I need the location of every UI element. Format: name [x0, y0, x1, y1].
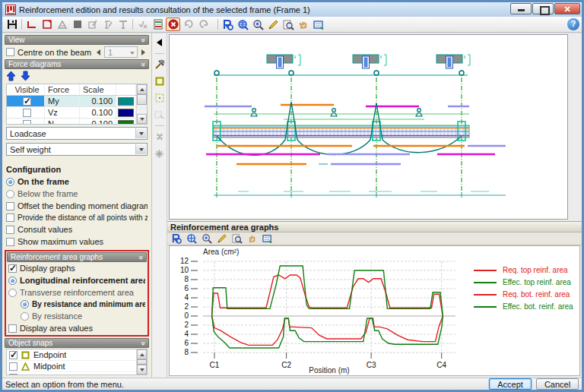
- text-tool-icon[interactable]: [116, 17, 130, 31]
- table-scrollbar[interactable]: [136, 84, 147, 124]
- consult-values-checkbox[interactable]: [6, 226, 14, 234]
- zoom-button-icon[interactable]: [170, 233, 182, 245]
- section-tool-icon[interactable]: [40, 17, 54, 31]
- zoom-detail-icon[interactable]: [200, 233, 213, 245]
- reinforcement-table-icon[interactable]: [151, 17, 165, 31]
- maximize-button[interactable]: [532, 3, 554, 14]
- redo-icon[interactable]: [196, 17, 211, 31]
- move-down-icon[interactable]: [21, 71, 30, 81]
- collapse-chevron-icon[interactable]: [139, 38, 147, 43]
- zoom-previous-icon[interactable]: [230, 233, 243, 245]
- endpoint-checkbox[interactable]: [9, 351, 17, 359]
- beam-number-select[interactable]: 1: [104, 46, 138, 58]
- export-view-icon[interactable]: [312, 17, 326, 31]
- color-swatch[interactable]: [118, 97, 134, 106]
- vz-visible-checkbox[interactable]: [23, 109, 31, 117]
- zoom-previous-icon[interactable]: [281, 17, 296, 31]
- force-scale[interactable]: 0.100: [80, 107, 116, 118]
- zoom-button-icon[interactable]: [221, 17, 235, 31]
- title-bar[interactable]: Reinforcement edition and results consul…: [2, 2, 582, 17]
- scroll-down-icon[interactable]: [137, 114, 147, 124]
- pan-icon[interactable]: [246, 233, 259, 245]
- redraw-icon[interactable]: [215, 233, 228, 245]
- col-visible[interactable]: Visible: [7, 84, 45, 95]
- delete-icon[interactable]: [166, 17, 180, 31]
- below-the-frame-radio[interactable]: [6, 190, 14, 198]
- undo-icon[interactable]: [181, 17, 195, 31]
- collapse-chevron-icon[interactable]: [139, 341, 147, 346]
- display-area-values-checkbox[interactable]: [8, 324, 17, 333]
- beam-prev-button[interactable]: [94, 47, 103, 57]
- perpendicular-checkbox[interactable]: [9, 374, 17, 376]
- col-scale[interactable]: Scale: [80, 84, 116, 95]
- view-panel-header[interactable]: View: [5, 35, 149, 45]
- dropdown-arrow-icon[interactable]: [135, 144, 146, 154]
- scroll-thumb[interactable]: [137, 359, 147, 365]
- force-scale[interactable]: 0.100: [80, 96, 116, 106]
- longitudinal-radio[interactable]: [8, 277, 17, 285]
- table-row-n[interactable]: N 0.100: [7, 119, 136, 125]
- save-icon[interactable]: [5, 17, 19, 31]
- frame-drawing-canvas[interactable]: [169, 34, 568, 220]
- zoom-extents-icon[interactable]: [185, 233, 198, 245]
- accept-button[interactable]: Accept: [489, 378, 532, 390]
- redraw-icon[interactable]: [266, 17, 281, 31]
- snap-settings-icon[interactable]: [154, 58, 166, 71]
- snap-marker-icon[interactable]: [154, 147, 166, 160]
- my-visible-checkbox[interactable]: [23, 97, 31, 106]
- zoom-detail-icon[interactable]: [251, 17, 265, 31]
- minimize-button[interactable]: [510, 3, 532, 14]
- disable-snaps-icon[interactable]: [154, 131, 166, 143]
- force-diagrams-panel-header[interactable]: Force diagrams: [5, 59, 149, 69]
- list-item-midpoint[interactable]: Midpoint: [7, 361, 136, 372]
- square-tool-icon[interactable]: [70, 17, 84, 31]
- transverse-radio[interactable]: [8, 289, 17, 297]
- zero-moment-checkbox[interactable]: [6, 213, 14, 222]
- loadcase-value-select[interactable]: Self weight: [6, 143, 148, 156]
- export-view-icon[interactable]: [261, 233, 274, 245]
- table-row-my[interactable]: My 0.100: [7, 96, 136, 107]
- centre-on-beam-checkbox[interactable]: [6, 48, 14, 56]
- zoom-extents-icon[interactable]: [236, 17, 250, 31]
- selection-box-icon[interactable]: [154, 109, 166, 121]
- help-icon[interactable]: [567, 18, 579, 30]
- move-up-icon[interactable]: [6, 71, 16, 81]
- reinforcement-graphs-header[interactable]: Reinforcement area graphs: [7, 252, 147, 262]
- table-row-vz[interactable]: Vz 0.100: [7, 107, 136, 119]
- color-swatch[interactable]: [118, 120, 134, 125]
- scroll-up-icon[interactable]: [137, 349, 147, 359]
- loadcase-select[interactable]: Loadcase: [6, 127, 148, 140]
- dropdown-arrow-icon[interactable]: [135, 128, 146, 138]
- close-button[interactable]: [554, 3, 580, 14]
- cancel-button[interactable]: Cancel: [536, 378, 579, 390]
- beam-next-button[interactable]: [139, 47, 148, 57]
- force-scale[interactable]: 0.100: [80, 119, 116, 125]
- list-item-endpoint[interactable]: Endpoint: [7, 349, 136, 361]
- snaps-scrollbar[interactable]: [136, 349, 147, 375]
- center-snap-icon[interactable]: [154, 92, 166, 104]
- pen-tool-icon[interactable]: [100, 17, 115, 31]
- collapse-chevron-icon[interactable]: [139, 62, 147, 67]
- endpoint-snap-icon[interactable]: [154, 75, 166, 87]
- polyline-tool-icon[interactable]: [24, 17, 39, 31]
- object-snaps-header[interactable]: Object snaps: [5, 338, 149, 348]
- by-resistance-radio[interactable]: [21, 312, 29, 321]
- n-visible-checkbox[interactable]: [23, 120, 31, 125]
- midpoint-checkbox[interactable]: [9, 362, 17, 371]
- modify-tool-icon[interactable]: [85, 17, 100, 31]
- collapse-panel-icon[interactable]: [154, 36, 166, 49]
- pan-icon[interactable]: [297, 17, 311, 31]
- color-swatch[interactable]: [118, 109, 134, 117]
- by-resistance-min-radio[interactable]: [21, 300, 29, 308]
- col-force[interactable]: Force: [45, 84, 80, 95]
- triangle-tool-icon[interactable]: [55, 17, 69, 31]
- collapse-chevron-icon[interactable]: [137, 255, 144, 260]
- toggle-errors-icon[interactable]: [135, 17, 150, 31]
- show-maximum-checkbox[interactable]: [6, 238, 14, 246]
- scroll-down-icon[interactable]: [137, 365, 147, 375]
- scroll-up-icon[interactable]: [137, 84, 147, 94]
- on-the-frame-radio[interactable]: [6, 178, 14, 186]
- area-chart[interactable]: Area (cm²) 1210864202468C1C2C3C4 Positio…: [169, 245, 580, 376]
- list-item-perpendicular[interactable]: Perpendicular: [7, 372, 136, 375]
- display-graphs-checkbox[interactable]: [8, 264, 17, 273]
